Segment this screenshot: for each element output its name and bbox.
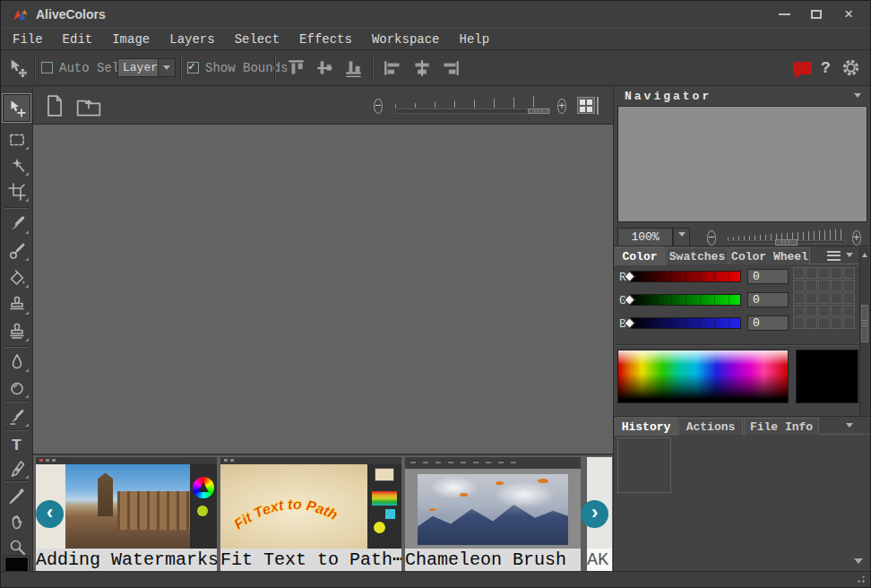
menu-edit[interactable]: Edit [53, 32, 103, 47]
channel-value-r[interactable]: 0 [747, 269, 789, 284]
new-document-button[interactable] [45, 94, 65, 122]
stamp-tool[interactable] [1, 292, 32, 317]
resize-grip[interactable] [852, 575, 866, 584]
tutorials-prev-button[interactable]: ‹ [36, 500, 64, 528]
paraglider [460, 493, 468, 497]
artistic-brush-tool[interactable] [1, 404, 32, 429]
color-spectrum[interactable] [617, 350, 789, 403]
close-button[interactable]: × [832, 1, 865, 28]
tab-swatches[interactable]: Swatches [666, 247, 729, 264]
tutorials-next-button[interactable]: › [581, 500, 608, 528]
align-left-button[interactable] [383, 58, 404, 78]
list-view-button[interactable] [597, 98, 599, 114]
panel-menu-arrow[interactable] [846, 253, 853, 261]
layer-dropdown-arrow[interactable] [159, 58, 176, 77]
channel-value-b[interactable]: 0 [747, 316, 789, 331]
gear-icon [841, 58, 860, 77]
zoom-tool[interactable] [1, 534, 32, 559]
hand-tool[interactable] [1, 509, 32, 534]
thumbnails-zoom-out-button[interactable]: − [374, 98, 383, 114]
text-tool[interactable]: T [1, 433, 32, 458]
navigator-zoom-dropdown[interactable] [673, 228, 690, 246]
panel-resize-handle[interactable] [854, 558, 863, 568]
navigator-zoom-value[interactable]: 100% [617, 228, 673, 246]
rect-marquee-tool[interactable] [1, 127, 32, 152]
paraglider [538, 479, 548, 483]
open-image-button[interactable] [75, 94, 102, 122]
pen-tool[interactable] [1, 456, 32, 481]
show-bounds-checkbox[interactable] [187, 62, 199, 74]
scrollbar-thumb[interactable] [861, 305, 868, 342]
navigator-preview[interactable] [617, 106, 867, 222]
layer-dropdown-value[interactable]: Layer [117, 58, 159, 77]
channel-value-g[interactable]: 0 [747, 292, 789, 307]
menu-help[interactable]: Help [450, 32, 500, 47]
thumbnails-zoom-in-button[interactable]: + [557, 98, 566, 114]
minimize-button[interactable] [768, 1, 800, 28]
maximize-button[interactable] [800, 1, 832, 28]
eyedropper-tool[interactable] [1, 483, 32, 508]
menu-image[interactable]: Image [102, 32, 160, 47]
navigator-zoom-in-button[interactable]: + [852, 229, 861, 246]
align-bottom-button[interactable] [343, 58, 365, 78]
grid-view-button[interactable] [577, 97, 595, 114]
menu-select[interactable]: Select [225, 32, 289, 47]
swatch-grid[interactable] [793, 267, 855, 329]
tab-color-wheel[interactable]: Color Wheel [729, 247, 810, 264]
mini-swatches [372, 491, 397, 506]
tab-file-info[interactable]: File Info [744, 418, 819, 435]
channel-slider-g[interactable] [628, 294, 741, 306]
auto-select-checkbox[interactable] [41, 62, 53, 74]
menu-file[interactable]: File [3, 32, 53, 47]
blur-drop-tool[interactable] [1, 350, 32, 375]
help-icon: ? [821, 59, 831, 77]
paragliding-photo [418, 474, 568, 545]
navigator-menu-arrow[interactable] [854, 93, 861, 101]
minus-icon: − [707, 230, 716, 246]
fill-tool[interactable] [1, 265, 32, 290]
menu-effects[interactable]: Effects [289, 32, 362, 47]
align-horizontal-center-button[interactable] [411, 58, 433, 78]
layer-dropdown[interactable]: Layer [117, 50, 176, 85]
feedback-button[interactable] [793, 50, 812, 85]
tab-color[interactable]: Color [615, 246, 665, 265]
crop-tool[interactable] [1, 179, 32, 204]
palette-divider [4, 207, 29, 208]
thumbnails-zoom-thumb[interactable] [528, 108, 549, 114]
tab-history[interactable]: History [615, 417, 677, 436]
tutorial-fit-text-to-path[interactable]: Fit Text to Path Fit Text to Path⋯ [220, 457, 401, 571]
magic-wand-tool[interactable] [1, 153, 32, 178]
move-tool[interactable] [3, 94, 30, 122]
menu-workspace[interactable]: Workspace [362, 32, 450, 47]
align-top-button[interactable] [286, 58, 307, 78]
navigator-zoom-out-button[interactable]: − [707, 229, 716, 246]
tutorial-chameleon-brush[interactable]: Chameleon Brush [405, 457, 581, 571]
navigator-zoom-track[interactable] [728, 240, 846, 244]
panel-menu-arrow[interactable] [846, 423, 853, 431]
align-vertical-center-button[interactable] [315, 58, 336, 78]
thumbnails-zoom-ticks [395, 95, 550, 108]
preferences-button[interactable] [841, 50, 860, 85]
tutorial-strip: ‹ › Adding Watermarks [33, 454, 613, 571]
panel-menu-icon[interactable] [827, 251, 841, 261]
menu-layers[interactable]: Layers [160, 32, 224, 47]
color-brush-tool[interactable] [1, 238, 32, 264]
channel-slider-r[interactable] [628, 271, 741, 282]
mini-right-panel [190, 464, 217, 549]
scroll-up-icon[interactable] [862, 250, 867, 257]
options-toolbar: Auto Select Layer Show Bounds [1, 49, 870, 86]
art-stamp-tool[interactable] [1, 319, 32, 344]
current-color-swatch[interactable] [796, 350, 858, 403]
channel-slider-b[interactable] [628, 317, 741, 329]
canvas[interactable] [33, 125, 613, 454]
navigator-zoom-thumb[interactable] [775, 239, 798, 246]
healing-brush-tool[interactable] [1, 212, 32, 237]
align-right-button[interactable] [440, 58, 461, 78]
palette-divider [4, 346, 29, 347]
tab-actions[interactable]: Actions [678, 418, 743, 435]
panel-scrollbar[interactable] [859, 247, 869, 415]
show-bounds-option[interactable]: Show Bounds [187, 50, 288, 85]
glow-tool[interactable] [1, 376, 32, 401]
thumbnails-zoom-track[interactable] [395, 108, 550, 114]
help-button[interactable]: ? [821, 50, 831, 85]
